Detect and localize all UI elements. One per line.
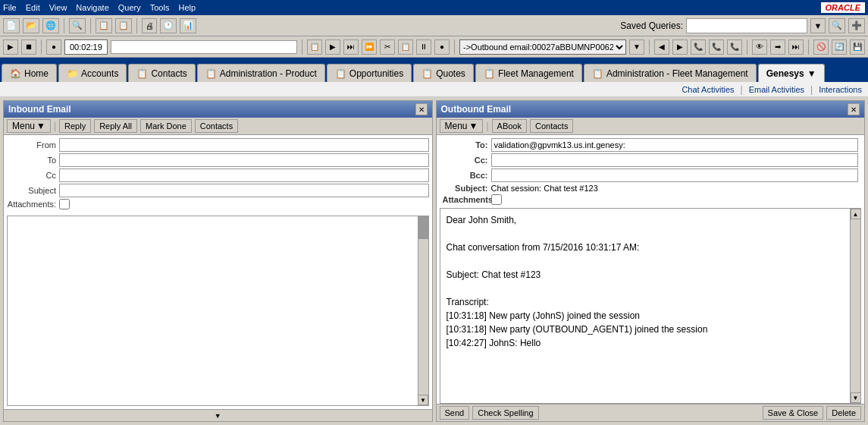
genesys-dropdown-icon[interactable]: ▼ [807,68,816,79]
sub-nav-email[interactable]: Email Activities [749,85,804,94]
play-btn[interactable]: ▶ [3,39,18,55]
inbound-scrollbar[interactable]: ▲ ▼ [418,216,428,405]
inbound-reply-btn[interactable]: Reply [59,119,91,133]
tab-opportunities[interactable]: 📋 Opportunities [327,64,412,82]
tb-icon2[interactable]: ▶ [325,39,340,55]
body-line-7: [10:42:27] JohnS: Hello [447,336,848,350]
stop-btn[interactable]: ⏹ [21,39,36,55]
phone-icon[interactable]: 📞 [691,39,706,55]
contacts-icon: 📋 [136,68,148,79]
inbound-mark-done-btn[interactable]: Mark Done [140,119,192,133]
opportunities-icon: 📋 [335,68,346,79]
scroll-thumb-inbound[interactable] [418,216,428,239]
saved-queries-add[interactable]: ➕ [848,18,865,33]
subject-input[interactable] [59,184,429,197]
outbound-menu-btn[interactable]: Menu ▼ [440,119,484,133]
outbound-body[interactable]: Dear John Smith, Chat conversation from … [440,208,862,404]
tb-icon7[interactable]: ⏸ [416,39,431,55]
inbound-body[interactable]: ▲ ▼ [7,216,429,406]
outbound-to-input[interactable] [491,138,859,152]
saved-queries-search[interactable]: 🔍 [829,18,845,33]
doc-btn[interactable]: 📋 [96,18,112,33]
delete-btn[interactable]: Delete [826,406,861,420]
channel-dropdown[interactable]: ▼ [629,39,644,55]
outbound-subject-value: Chat session: Chat test #123 [491,184,859,193]
outbound-bcc-input[interactable] [491,168,859,182]
open-btn[interactable]: 📂 [23,18,39,33]
doc2-btn[interactable]: 📋 [115,18,132,33]
nav-back[interactable]: ◀ [654,39,669,55]
tb-icon8[interactable]: ● [434,39,450,55]
sub-nav-chat[interactable]: Chat Activities [682,85,734,94]
tab-fleet-mgmt[interactable]: 📋 Fleet Management [475,64,582,82]
oracle-logo: ORACLE [821,2,865,13]
menu-tools[interactable]: Tools [150,3,170,12]
tab-contacts[interactable]: 📋 Contacts [128,64,195,82]
inbound-menu-btn[interactable]: Menu ▼ [7,119,51,133]
tab-fleet-mgmt-label: Fleet Management [498,68,574,79]
body-line-5: [10:31:18] New party (JohnS) joined the … [447,309,848,323]
outbound-contacts-btn[interactable]: Contacts [530,119,573,133]
menu-file[interactable]: File [3,3,17,12]
menu-query[interactable]: Query [118,3,141,12]
tab-home[interactable]: 🏠 Home [2,64,57,82]
inbound-bottom-scroll-icon[interactable]: ▼ [215,412,221,420]
status-icon[interactable]: ● [46,39,61,55]
cc-label: Cc [7,171,56,180]
print-btn[interactable]: 🖨 [142,18,157,33]
globe-btn[interactable]: 🌐 [42,18,59,33]
tab-quotes[interactable]: 📋 Quotes [413,64,474,82]
new-btn[interactable]: 📄 [3,18,20,33]
eye-icon[interactable]: 👁 [752,39,767,55]
scroll-down-inbound[interactable]: ▼ [418,395,428,405]
tab-accounts[interactable]: 📁 Accounts [58,64,127,82]
from-input[interactable] [59,138,429,152]
tb-icon5[interactable]: ✂ [380,39,395,55]
print-preview-btn[interactable]: 🔍 [69,18,86,33]
nav-fwd[interactable]: ▶ [672,39,688,55]
inbound-reply-all-btn[interactable]: Reply All [94,119,137,133]
phone2-icon[interactable]: 📞 [709,39,724,55]
tb-icon3[interactable]: ⏭ [343,39,359,55]
phone3-icon[interactable]: 📞 [727,39,742,55]
sub-nav-interactions[interactable]: Interactions [819,85,862,94]
tab-genesys[interactable]: Genesys ▼ [758,64,825,82]
arrow-icon1[interactable]: ➡ [770,39,785,55]
tab-admin-product[interactable]: 📋 Administration - Product [197,64,325,82]
tb-icon4[interactable]: ⏩ [362,39,377,55]
saved-queries-dropdown[interactable]: ▼ [810,18,826,33]
inbound-contacts-btn[interactable]: Contacts [195,119,238,133]
saved-queries-input[interactable] [686,18,807,33]
text-input-toolbar[interactable] [111,40,297,54]
outbound-attachments-checkbox[interactable] [491,194,502,205]
outbound-cc-input[interactable] [491,153,859,167]
attachments-label: Attachments: [7,200,56,209]
cc-input[interactable] [59,168,429,182]
outbound-abook-btn[interactable]: ABook [492,119,527,133]
menu-view[interactable]: View [49,3,67,12]
save-close-btn[interactable]: Save & Close [763,406,824,420]
menu-edit[interactable]: Edit [26,3,40,12]
tab-admin-fleet[interactable]: 📋 Administration - Fleet Management [584,64,757,82]
attachments-checkbox[interactable] [59,199,70,209]
inbound-close-btn[interactable]: ✕ [415,103,428,115]
chart-btn[interactable]: 📊 [180,18,196,33]
refresh-icon[interactable]: 🔄 [832,39,847,55]
menu-help[interactable]: Help [178,3,196,12]
arrow-icon2[interactable]: ⏭ [788,39,804,55]
history-btn[interactable]: 🕐 [160,18,177,33]
scroll-down-outbound[interactable]: ▼ [851,392,861,403]
save-icon[interactable]: 💾 [850,39,865,55]
send-btn[interactable]: Send [440,406,470,420]
outbound-scrollbar[interactable]: ▲ ▼ [850,209,860,403]
to-input[interactable] [59,153,429,167]
block-icon[interactable]: 🚫 [813,39,829,55]
check-spelling-btn[interactable]: Check Spelling [472,406,538,420]
outbound-close-btn[interactable]: ✕ [848,103,860,115]
subject-row: Subject [7,184,429,197]
tb-icon6[interactable]: 📋 [398,39,413,55]
menu-navigate[interactable]: Navigate [76,3,108,12]
tb-icon1[interactable]: 📋 [307,39,322,55]
channel-select[interactable]: ->Outbound email:00027aBBUMNP0062 [459,39,626,55]
scroll-up-outbound[interactable]: ▲ [851,209,861,219]
